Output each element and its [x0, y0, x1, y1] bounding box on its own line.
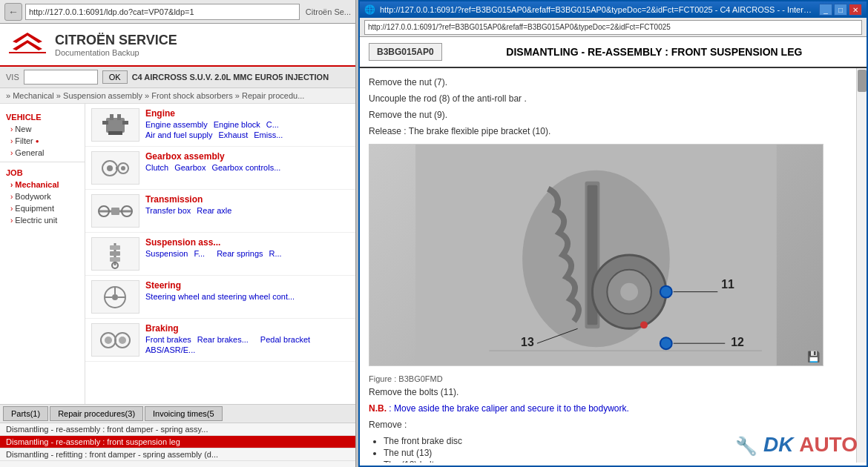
ie-titlebar: 🌐 http://127.0.0.1:6091/?ref=B3BG015AP0&…	[360, 1, 867, 18]
arrow-icon: ›	[10, 149, 13, 157]
instruction-4: Release : The brake flexible pipe bracke…	[369, 125, 858, 138]
scrollbar-thumb	[858, 70, 867, 92]
sidebar-item-mechanical[interactable]: › Mechanical	[0, 179, 85, 191]
save-figure-icon[interactable]: 💾	[807, 351, 820, 362]
engine-link-fuel[interactable]: Air and fuel supply	[145, 130, 213, 139]
engine-link-exhaust[interactable]: Exhaust	[219, 130, 249, 139]
arrow-icon: ›	[10, 193, 13, 201]
ie-maximize-button[interactable]: □	[834, 4, 847, 16]
gearbox-svg	[95, 153, 136, 183]
tab-repair[interactable]: Repair procedures(3)	[50, 406, 143, 421]
braking-link-rear[interactable]: Rear brakes...	[197, 335, 249, 344]
engine-link-c[interactable]: C...	[266, 120, 279, 129]
ie-close-button[interactable]: ✕	[849, 4, 862, 16]
breadcrumb-link-3[interactable]: Dismantling - refitting : front damper -…	[0, 448, 356, 461]
tab-invoicing[interactable]: Invoicing times(5	[145, 406, 223, 421]
category-braking: Braking Front brakes Rear brakes... Peda…	[85, 319, 355, 362]
svg-rect-19	[110, 245, 120, 250]
address-bar[interactable]	[25, 4, 300, 20]
sidebar-item-electric[interactable]: › Electric unit	[0, 214, 85, 226]
transmission-icon	[91, 194, 139, 228]
braking-link-front[interactable]: Front brakes	[145, 335, 191, 344]
engine-link-emiss[interactable]: Emiss...	[254, 130, 283, 139]
gearbox-link-controls[interactable]: Gearbox controls...	[211, 163, 280, 172]
breadcrumb-link-1[interactable]: Dismantling - re-assembly : front damper…	[0, 423, 356, 436]
remove-item-3: The (12) bolt	[384, 460, 858, 463]
vis-vehicle-info: C4 AIRCROSS S.U.V. 2.0L MMC EURO5 INJECT…	[132, 73, 329, 82]
engine-link-block[interactable]: Engine block	[214, 120, 260, 129]
steering-link-1[interactable]: Steering wheel and steering wheel cont..…	[145, 292, 295, 301]
transmission-title: Transmission	[145, 194, 349, 205]
gearbox-link-gearbox[interactable]: Gearbox	[174, 163, 206, 172]
suspension-diagram-svg: 11 12 13	[369, 145, 823, 365]
arrow-icon: ›	[10, 125, 13, 133]
svg-rect-8	[108, 131, 122, 135]
arrow-icon: ›	[10, 216, 13, 225]
sidebar-item-filter-label: Filter	[15, 136, 33, 145]
browser-tab-label[interactable]: Citroën Se...	[306, 7, 351, 16]
suspension-link-4[interactable]: R...	[269, 249, 282, 258]
doc-body: Remove the nut (7). Uncouple the rod (8)…	[360, 68, 867, 463]
ie-browser-icon: 🌐	[364, 4, 375, 15]
back-button[interactable]: ←	[4, 3, 22, 21]
sidebar-item-bodywork-label: Bodywork	[15, 192, 50, 201]
ie-url-input[interactable]	[364, 20, 862, 35]
arrow-icon: ›	[10, 205, 13, 213]
breadcrumb: » Mechanical » Suspension assembly » Fro…	[0, 88, 355, 104]
braking-link-pedal[interactable]: Pedal bracket	[260, 335, 310, 344]
ie-controls: _ □ ✕	[819, 4, 862, 16]
arrow-icon: ›	[10, 137, 13, 145]
steering-svg	[95, 282, 136, 312]
citroen-logo	[9, 30, 46, 59]
engine-info: Engine Engine assembly Engine block C...…	[145, 108, 349, 139]
arrow-icon: ›	[10, 181, 13, 189]
svg-rect-20	[110, 251, 120, 256]
svg-point-39	[660, 337, 672, 349]
engine-link-assembly[interactable]: Engine assembly	[145, 120, 208, 129]
ie-window: 🌐 http://127.0.0.1:6091/?ref=B3BG015AP0&…	[358, 0, 868, 467]
braking-title: Braking	[145, 323, 349, 334]
svg-point-38	[620, 283, 638, 301]
doc-scrollbar[interactable]	[856, 68, 867, 463]
suspension-link-2[interactable]: F...	[194, 249, 206, 258]
braking-info: Braking Front brakes Rear brakes... Peda…	[145, 323, 349, 354]
braking-svg	[95, 325, 136, 355]
sidebar-item-new[interactable]: › New	[0, 123, 85, 135]
svg-rect-6	[110, 114, 114, 120]
braking-links: Front brakes Rear brakes... Pedal bracke…	[145, 335, 349, 354]
vis-input[interactable]	[24, 70, 98, 85]
svg-rect-13	[116, 167, 118, 170]
steering-title: Steering	[145, 280, 349, 291]
braking-link-abs[interactable]: ABS/ASR/E...	[145, 345, 195, 354]
engine-links: Engine assembly Engine block C... Air an…	[145, 120, 349, 139]
svg-point-40	[660, 286, 672, 298]
suspension-link-1[interactable]: Suspension	[145, 249, 188, 258]
sidebar-item-filter[interactable]: › Filter ●	[0, 135, 85, 147]
bottom-tabs: Parts(1) Repair procedures(3) Invoicing …	[0, 404, 356, 423]
svg-text:11: 11	[721, 278, 734, 291]
tab-parts[interactable]: Parts(1)	[3, 406, 48, 421]
vis-label: VIS	[6, 73, 19, 82]
transmission-link-rear[interactable]: Rear axle	[197, 206, 231, 215]
doc-title: DISMANTLING - RE-ASSEMBLY : FRONT SUSPEN…	[451, 46, 858, 58]
remove-label: Remove :	[369, 418, 858, 431]
nb-text: N.B. : Move aside the brake caliper and …	[369, 403, 858, 414]
sidebar-item-bodywork[interactable]: › Bodywork	[0, 191, 85, 202]
suspension-link-3[interactable]: Rear springs	[217, 249, 263, 258]
vis-ok-button[interactable]: OK	[102, 70, 128, 84]
steering-links: Steering wheel and steering wheel cont..…	[145, 292, 349, 301]
gearbox-link-clutch[interactable]: Clutch	[145, 163, 168, 172]
transmission-links: Transfer box Rear axle	[145, 206, 349, 215]
transmission-link-transfer[interactable]: Transfer box	[145, 206, 191, 215]
svg-point-29	[105, 337, 112, 344]
category-steering: Steering Steering wheel and steering whe…	[85, 276, 355, 319]
breadcrumb-link-2[interactable]: Dismantling - re-assembly : front suspen…	[0, 436, 356, 448]
braking-icon	[91, 323, 139, 357]
sidebar-item-equipment[interactable]: › Equipment	[0, 202, 85, 214]
ie-minimize-button[interactable]: _	[819, 4, 832, 16]
left-browser-panel: ← Citroën Se... CITROËN SERVICE Document…	[0, 0, 356, 467]
svg-rect-4	[102, 121, 108, 125]
sidebar-item-general[interactable]: › General	[0, 147, 85, 159]
suspension-info: Suspension ass... Suspension F... Rear s…	[145, 237, 349, 258]
steering-info: Steering Steering wheel and steering whe…	[145, 280, 349, 301]
